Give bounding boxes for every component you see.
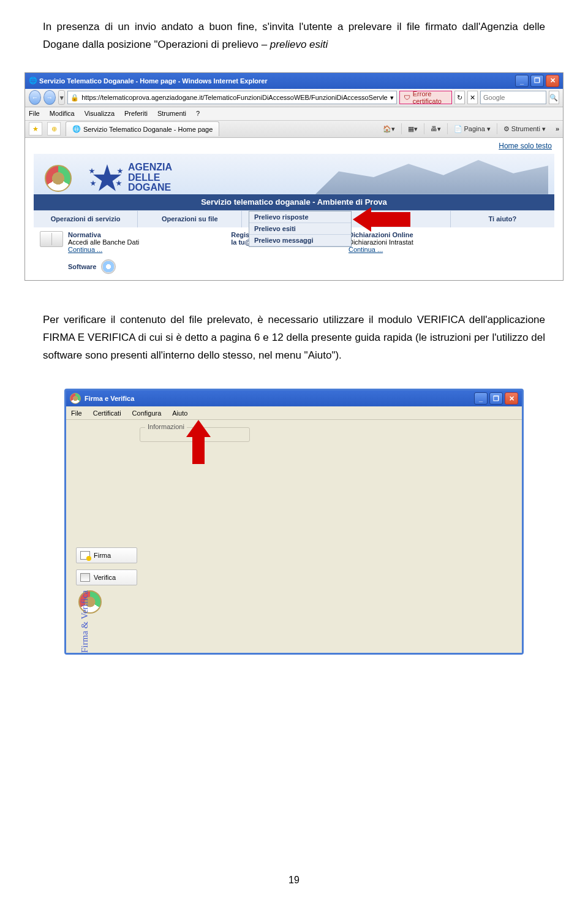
search-go-button[interactable]: 🔍 [549,91,559,104]
disc-icon [101,259,116,274]
feeds-button[interactable]: ▦▾ [408,125,418,133]
home-button[interactable]: 🏠▾ [383,125,395,133]
search-placeholder: Google [483,94,505,101]
app-menu-certificati[interactable]: Certificati [93,409,121,417]
normativa-title: Normativa [68,231,101,238]
continua-link-2[interactable]: Continua ... [349,246,383,253]
book-icon [40,231,63,247]
nav-dropdown[interactable]: ▾ [58,90,65,105]
italy-emblem-icon [45,165,72,192]
address-bar-row: ← → ▾ 🔒 https://telematicoprova.agenziad… [25,89,563,107]
second-paragraph: Per verificare il contenuto del file pre… [0,281,588,371]
menu-modifica[interactable]: Modifica [50,110,75,117]
ie-icon: 🌐 [29,77,37,85]
menu-preferiti[interactable]: Preferiti [124,110,148,117]
nav-operazioni-servizio[interactable]: Operazioni di servizio [34,210,138,227]
dropdown-risposte[interactable]: Prelievo risposte [249,211,351,223]
app-emblem-icon [70,393,81,404]
menu-file[interactable]: File [29,110,40,117]
software-label: Software [68,263,96,270]
tab-title: Servizio Telematico Doganale - Home page [83,126,213,133]
normativa-sub: Accedi alle Banche Dati [68,238,139,246]
dropdown-esiti[interactable]: Prelievo esiti [249,223,351,235]
dich-sub: Dichiarazioni Intrastat [349,238,413,246]
home-solo-testo-link[interactable]: Home solo testo [499,142,552,150]
minimize-button[interactable]: _ [515,75,529,87]
refresh-button[interactable]: ↻ [454,91,465,104]
app-menu-file[interactable]: File [71,409,82,417]
browser-tab[interactable]: 🌐 Servizio Telematico Doganale - Home pa… [66,121,219,136]
back-button[interactable]: ← [29,90,41,105]
agency-line1: AGENZIA [128,162,172,173]
tab-favicon: 🌐 [72,125,81,133]
app-titlebar: Firma e Verifica _ ❐ ✕ [66,390,522,406]
top-right-links: Home solo testo [25,138,563,150]
firma-button[interactable]: Firma [76,547,137,563]
app-menubar: File Certificati Configura Aiuto [66,406,522,420]
add-favorites-button[interactable]: ⊕ [47,122,61,135]
agency-logo: AGENZIA DELLE DOGANE [89,162,172,193]
dich-title: Dichiarazioni Online [349,231,413,238]
page-content: Home solo testo AGENZIA DELLE DOGANE [25,138,563,280]
search-box[interactable]: Google [480,91,546,104]
maximize-button[interactable]: ❐ [530,75,544,87]
certificate-error[interactable]: 🛡 Errore certificato [399,91,452,104]
window-title: Servizio Telematico Doganale - Home page… [39,77,268,85]
shield-icon: 🛡 [404,94,410,101]
nav-operazioni-file[interactable]: Operazioni su file [138,210,242,227]
app-menu-configura[interactable]: Configura [132,409,162,417]
agency-line3: DOGANE [128,183,172,193]
app-menu-aiuto[interactable]: Aiuto [172,409,187,417]
menu-help[interactable]: ? [196,110,200,117]
close-button[interactable]: ✕ [546,75,559,87]
lock-icon: 🔒 [70,94,79,102]
url-dropdown-icon[interactable]: ▾ [390,94,394,102]
url-box[interactable]: 🔒 https://telematicoprova.agenziadogane.… [67,91,397,104]
menu-strumenti[interactable]: Strumenti [157,110,186,117]
dropdown-messaggi[interactable]: Prelievo messaggi [249,235,351,246]
stop-button[interactable]: ✕ [467,91,478,104]
tools-menu[interactable]: ⚙ Strumenti ▾ [503,125,546,133]
forward-button[interactable]: → [43,90,56,105]
prelievo-dropdown: Prelievo risposte Prelievo esiti Preliev… [249,211,352,247]
command-bar: 🏠▾ ▦▾ 🖶▾ 📄 Pagina ▾ ⚙ Strumenti ▾ » [383,123,559,134]
intro-paragraph: In presenza di un invio andato a buon fi… [0,0,588,60]
vertical-title: Firma & Verifica [80,590,90,653]
sign-icon [80,551,90,560]
verifica-label: Verifica [94,574,116,581]
app-minimize-button[interactable]: _ [474,392,488,405]
chevron-icon[interactable]: » [556,125,559,132]
verifica-button[interactable]: Verifica [76,569,137,585]
window-titlebar: 🌐 Servizio Telematico Doganale - Home pa… [25,73,563,89]
app-maximize-button[interactable]: ❐ [489,392,503,405]
app-title: Firma e Verifica [85,395,134,402]
verify-icon [80,573,90,582]
url-text: https://telematicoprova.agenziadogane.it… [81,94,388,101]
intro-text-b: prelievo esiti [270,39,328,50]
browser-tabbar: ★ ⊕ 🌐 Servizio Telematico Doganale - Hom… [25,121,563,138]
red-arrow-icon-2 [170,420,222,451]
page-number: 19 [0,875,588,886]
browser-screenshot: 🌐 Servizio Telematico Doganale - Home pa… [24,72,564,281]
page-menu[interactable]: 📄 Pagina ▾ [454,125,491,133]
cert-error-label: Errore certificato [413,90,448,105]
app-close-button[interactable]: ✕ [505,392,518,405]
continua-link-1[interactable]: Continua ... [68,246,102,253]
firma-verifica-screenshot: Firma e Verifica _ ❐ ✕ File Certificati … [64,389,524,655]
print-button[interactable]: 🖶▾ [431,125,441,133]
browser-menubar: File Modifica Visualizza Preferiti Strum… [25,107,563,121]
menu-visualizza[interactable]: Visualizza [85,110,115,117]
favorites-button[interactable]: ★ [29,122,42,135]
nav-ti-aiuto[interactable]: Ti aiuto? [451,210,554,227]
agency-line2: DELLE [128,173,172,183]
app-body: Informazioni Firma Verifica Firma & Veri… [66,420,522,653]
red-arrow-icon [353,207,410,232]
sub-header: Servizio telematico doganale - Ambiente … [34,194,554,210]
firma-label: Firma [94,552,111,559]
side-buttons: Firma Verifica [76,547,137,585]
